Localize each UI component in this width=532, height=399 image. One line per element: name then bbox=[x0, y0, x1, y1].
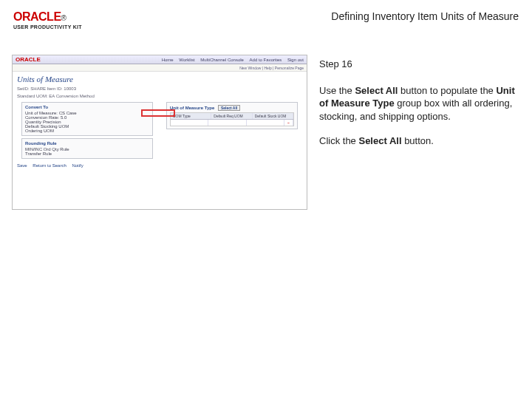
thumb-delete-row-icon: – bbox=[284, 120, 293, 126]
thumb-page-heading: Units of Measure bbox=[13, 72, 307, 85]
thumb-grid-cell bbox=[171, 120, 208, 126]
thumb-grid-cell bbox=[247, 120, 284, 126]
thumb-rounding-box: Rounding Rule MIN/INC Ord Qty Rule Trans… bbox=[21, 138, 153, 159]
text-span: button. bbox=[402, 135, 434, 146]
thumb-grid-header-cell: Default Stock UOM bbox=[253, 113, 293, 119]
step-action: Click the Select All button. bbox=[319, 134, 520, 148]
thumb-box-header: Convert To bbox=[25, 105, 149, 109]
thumb-field-row: Ordering UOM bbox=[25, 129, 149, 133]
thumb-box-title: Unit of Measure Type bbox=[170, 106, 214, 110]
thumb-convert-to-box: Convert To Unit of Measure: CS Case Conv… bbox=[21, 102, 153, 136]
thumb-save-link: Save bbox=[17, 163, 27, 168]
bold-term: Select All bbox=[358, 135, 401, 146]
thumb-grid-header-cell: UOM Type bbox=[171, 113, 211, 119]
step-instruction: Use the Select All button to populate th… bbox=[319, 84, 520, 123]
thumb-notify-link: Notify bbox=[72, 163, 83, 168]
instruction-pane: Step 16 Use the Select All button to pop… bbox=[319, 40, 520, 210]
thumb-tab: Worklist bbox=[179, 58, 194, 62]
thumb-oracle-logo: ORACLE bbox=[16, 56, 41, 63]
bold-term: Select All bbox=[355, 85, 398, 96]
app-screenshot-thumbnail: ORACLE Home Worklist MultiChannel Consol… bbox=[12, 55, 307, 210]
highlight-select-all-icon bbox=[141, 109, 175, 117]
thumb-breadcrumb: New Window | Help | Personalize Page bbox=[13, 64, 307, 72]
oracle-wordmark: ORACLE bbox=[13, 10, 61, 23]
thumb-tab: MultiChannel Console bbox=[200, 58, 244, 62]
thumb-setid-row: SetID: SHARE Item ID: 10003 bbox=[13, 85, 307, 92]
thumb-uom-type-box: Unit of Measure Type Select All UOM Type… bbox=[166, 102, 298, 129]
thumb-tab: Home bbox=[162, 58, 174, 62]
thumb-uom-grid: UOM Type Default Req UOM Default Stock U… bbox=[170, 112, 294, 126]
thumb-select-all-button: Select All bbox=[218, 105, 240, 111]
text-span: Click the bbox=[319, 135, 358, 146]
thumb-tab: Add to Favorites bbox=[250, 58, 282, 62]
upk-subtitle: USER PRODUCTIVITY KIT bbox=[13, 24, 82, 30]
oracle-upk-logo: ORACLE® USER PRODUCTIVITY KIT bbox=[13, 10, 82, 30]
text-span: button to populate the bbox=[398, 85, 496, 96]
registered-mark: ® bbox=[61, 14, 66, 22]
thumb-grid-cell bbox=[208, 120, 246, 126]
thumb-footer-links: Save Return to Search Notify bbox=[17, 163, 302, 168]
text-span: Use the bbox=[319, 85, 355, 96]
thumb-tab: Sign out bbox=[287, 58, 304, 62]
thumb-box-header: Unit of Measure Type Select All bbox=[170, 105, 294, 111]
thumb-top-tabs: Home Worklist MultiChannel Console Add t… bbox=[157, 58, 304, 62]
thumb-grid-header-cell: Default Req UOM bbox=[211, 113, 252, 119]
thumb-box-header: Rounding Rule bbox=[25, 141, 149, 146]
thumb-return-link: Return to Search bbox=[33, 163, 66, 168]
thumb-field-row: Transfer Rule bbox=[25, 151, 149, 156]
step-number: Step 16 bbox=[319, 58, 520, 71]
page-title: Defining Inventory Item Units of Measure bbox=[331, 10, 519, 22]
thumb-std-uom-row: Standard UOM: EA Conversion Method bbox=[13, 92, 307, 100]
